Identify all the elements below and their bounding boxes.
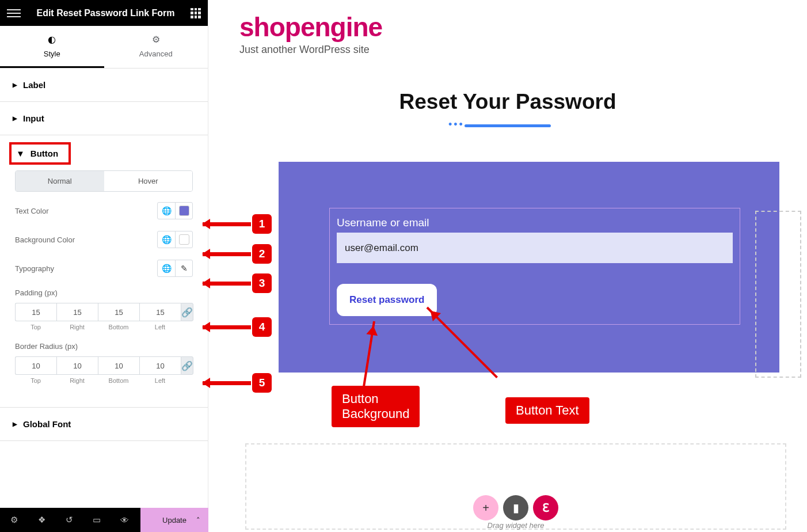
typography-label: Typography <box>15 264 54 273</box>
marker-5: 5 <box>252 373 272 393</box>
form-block: Username or email Reset password <box>279 162 779 373</box>
bg-color-swatch[interactable] <box>175 231 192 248</box>
site-title[interactable]: shopengine <box>239 12 776 43</box>
radius-right[interactable] <box>56 356 98 375</box>
state-toggle: Normal Hover <box>15 170 193 192</box>
button-controls: Normal Hover Text Color 🌐 Background Col… <box>0 165 208 407</box>
site-tagline: Just another WordPress site <box>239 44 776 56</box>
globe-icon[interactable]: 🌐 <box>158 203 175 219</box>
link-radius[interactable]: 🔗 <box>181 356 193 375</box>
marker-1: 1 <box>252 214 272 234</box>
reset-password-button[interactable]: Reset password <box>337 284 437 316</box>
radius-bottom[interactable] <box>98 356 139 375</box>
drag-hint: Drag widget here <box>488 521 545 530</box>
padding-label: Padding (px) <box>15 288 193 297</box>
page-title: Reset Your Password <box>208 90 807 114</box>
radius-label: Border Radius (px) <box>15 342 193 351</box>
padding-sublabels: TopRightBottomLeft <box>15 324 193 330</box>
chevron-right-icon: ▶ <box>13 421 17 427</box>
radius-top[interactable] <box>15 356 56 375</box>
section-global-font-text: Global Font <box>23 419 71 429</box>
section-button[interactable]: ▼ Button <box>16 149 58 158</box>
annotation-arrow <box>203 282 251 286</box>
control-typography: Typography 🌐 ✎ <box>15 260 193 277</box>
menu-icon[interactable] <box>7 9 21 17</box>
radius-inputs: 🔗 <box>15 356 193 375</box>
chevron-right-icon: ▶ <box>13 82 17 88</box>
padding-right[interactable] <box>56 303 98 321</box>
update-label: Update <box>162 516 186 525</box>
marker-2: 2 <box>252 244 272 264</box>
brand-button[interactable]: Ɛ <box>533 495 558 520</box>
link-padding[interactable]: 🔗 <box>181 303 193 321</box>
add-button[interactable]: + <box>473 495 498 520</box>
layers-icon[interactable]: ❖ <box>28 508 55 532</box>
gear-icon: ⚙ <box>104 34 208 45</box>
section-global-font[interactable]: ▶ Global Font <box>0 408 208 441</box>
form-inner: Username or email Reset password <box>329 208 740 325</box>
title-underline <box>465 124 551 127</box>
radius-left[interactable] <box>139 356 181 375</box>
section-button-highlight: ▼ Button <box>9 142 71 165</box>
annotation-arrow <box>203 381 251 385</box>
tab-style-label: Style <box>44 50 60 58</box>
folder-button[interactable]: ▮ <box>503 495 528 520</box>
section-input[interactable]: ▶ Input <box>0 102 208 135</box>
link-icon: 🔗 <box>181 307 193 318</box>
responsive-icon[interactable]: ▭ <box>83 508 111 532</box>
email-field[interactable] <box>337 233 733 263</box>
padding-top[interactable] <box>15 303 56 321</box>
chevron-right-icon: ▶ <box>13 115 17 121</box>
marker-4: 4 <box>252 317 272 337</box>
drop-zone-bottom[interactable]: + ▮ Ɛ Drag widget here <box>245 443 786 530</box>
form-label: Username or email <box>337 216 733 229</box>
link-icon: 🔗 <box>181 360 193 371</box>
float-buttons: + ▮ Ɛ <box>473 495 558 520</box>
tabs: ◐ Style ⚙ Advanced <box>0 26 208 69</box>
callout-text: Button Text <box>505 397 589 424</box>
text-color-swatch[interactable] <box>175 203 192 219</box>
section-label[interactable]: ▶ Label <box>0 69 208 102</box>
annotation-arrow <box>203 252 251 256</box>
section-button-text: Button <box>31 149 58 158</box>
annotation-arrow <box>203 325 251 329</box>
control-bg-color: Background Color 🌐 <box>15 231 193 248</box>
history-icon[interactable]: ↺ <box>55 508 83 532</box>
section-input-text: Input <box>23 113 44 123</box>
update-button[interactable]: Update ˄ <box>140 508 208 532</box>
toggle-hover[interactable]: Hover <box>104 171 193 191</box>
tab-advanced[interactable]: ⚙ Advanced <box>104 26 208 68</box>
preview-icon[interactable]: 👁 <box>111 508 138 532</box>
contrast-icon: ◐ <box>0 34 104 45</box>
padding-inputs: 🔗 <box>15 303 193 321</box>
chevron-up-icon: ˄ <box>196 516 200 525</box>
edit-typography[interactable]: ✎ <box>175 260 192 276</box>
tab-style[interactable]: ◐ Style <box>0 26 104 68</box>
globe-icon[interactable]: 🌐 <box>158 260 175 276</box>
radius-sublabels: TopRightBottomLeft <box>15 377 193 384</box>
settings-icon[interactable]: ⚙ <box>0 508 28 532</box>
editor-sidebar: Edit Reset Password Link Form ◐ Style ⚙ … <box>0 0 208 532</box>
control-text-color: Text Color 🌐 <box>15 202 193 219</box>
text-color-label: Text Color <box>15 207 49 215</box>
marker-3: 3 <box>252 273 272 293</box>
tab-advanced-label: Advanced <box>139 50 173 58</box>
padding-bottom[interactable] <box>98 303 139 321</box>
bottom-bar: ⚙ ❖ ↺ ▭ 👁 Update ˄ <box>0 508 208 532</box>
apps-icon[interactable] <box>191 8 201 18</box>
annotation-arrow <box>203 222 251 226</box>
bg-color-label: Background Color <box>15 235 75 244</box>
sidebar-header: Edit Reset Password Link Form <box>0 0 208 26</box>
callout-bg: Button Background <box>332 386 420 427</box>
pencil-icon: ✎ <box>181 264 188 273</box>
padding-left[interactable] <box>139 303 181 321</box>
toggle-normal[interactable]: Normal <box>16 171 104 191</box>
site-header: shopengine Just another WordPress site <box>208 0 807 58</box>
drop-zone-right[interactable] <box>755 211 801 378</box>
header-title: Edit Reset Password Link Form <box>21 8 191 18</box>
chevron-down-icon: ▼ <box>16 149 25 158</box>
globe-icon[interactable]: 🌐 <box>158 231 175 248</box>
section-label-text: Label <box>23 80 45 90</box>
